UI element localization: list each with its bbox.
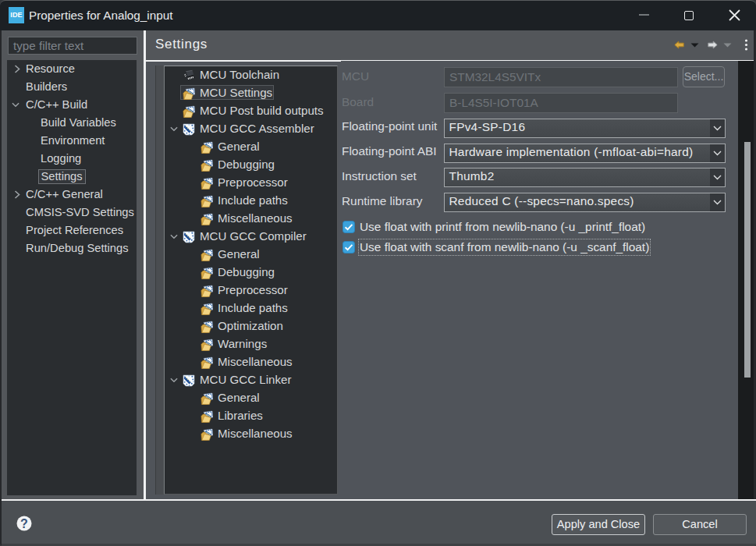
svg-text:?: ? [20, 516, 28, 530]
